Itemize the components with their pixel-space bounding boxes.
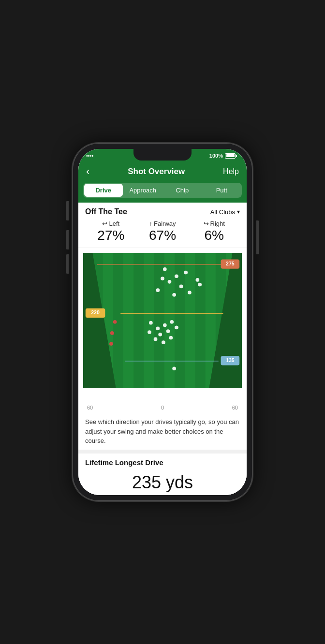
stat-right-value: 6% [188,227,240,244]
axis-label-left: 60 [87,405,93,410]
svg-point-26 [168,280,172,284]
off-tee-section: Off The Tee All Clubs ▾ ↩ Left 27% [78,203,247,248]
svg-point-35 [163,323,167,327]
main-content: Off The Tee All Clubs ▾ ↩ Left 27% [78,203,247,495]
svg-text:135: 135 [226,357,235,363]
tab-drive[interactable]: Drive [84,184,123,197]
svg-point-37 [158,333,162,337]
svg-point-25 [195,278,199,282]
clubs-selector[interactable]: All Clubs ▾ [210,208,240,216]
chart-svg: 275 220 135 [83,253,242,402]
svg-point-43 [148,330,151,334]
tabs-container: Drive Approach Chip Putt [78,183,247,203]
svg-rect-8 [175,253,185,388]
page-title: Shot Overview [128,167,185,176]
battery-icon [225,153,237,159]
right-arrow-icon: ↪ [204,220,209,227]
tab-bar: Drive Approach Chip Putt [83,183,242,198]
svg-point-31 [198,282,202,286]
svg-point-23 [175,274,178,278]
svg-text:275: 275 [226,261,235,266]
stat-left: ↩ Left 27% [85,220,137,244]
left-arrow-icon: ↩ [102,220,107,227]
chevron-down-icon: ▾ [237,208,240,215]
svg-point-42 [169,336,173,339]
svg-point-40 [154,337,158,341]
off-tee-title: Off The Tee [85,207,127,216]
svg-point-45 [110,331,114,335]
svg-point-44 [113,320,117,324]
svg-point-38 [166,329,170,333]
stat-right: ↪ Right 6% [188,220,240,244]
stat-fairway: ↑ Fairway 67% [137,220,189,244]
axis-labels: 60 0 60 [83,405,242,410]
lifetime-title: Lifetime Longest Drive [85,458,240,467]
svg-rect-6 [133,253,144,388]
svg-point-29 [172,293,176,297]
up-arrow-icon: ↑ [149,220,153,227]
svg-point-39 [175,325,178,329]
stat-right-label: ↪ Right [188,220,240,227]
svg-rect-7 [154,253,164,388]
clubs-label: All Clubs [210,208,235,216]
svg-point-30 [188,291,192,294]
svg-point-41 [162,340,165,344]
stat-left-value: 27% [85,227,137,244]
svg-text:220: 220 [91,309,100,315]
svg-rect-9 [195,253,206,388]
tab-putt[interactable]: Putt [203,184,241,197]
header: ‹ Shot Overview Help [78,162,247,183]
stats-row: ↩ Left 27% ↑ Fairway 67% [85,220,240,244]
stat-fairway-label: ↑ Fairway [137,220,189,227]
battery-percentage: 100% [209,153,223,159]
svg-point-46 [109,342,113,346]
back-button[interactable]: ‹ [86,165,89,178]
svg-point-47 [172,366,176,370]
svg-point-34 [156,326,160,330]
tab-chip[interactable]: Chip [163,184,202,197]
tab-approach[interactable]: Approach [124,184,162,197]
lifetime-section: Lifetime Longest Drive 235 yds [78,454,247,495]
svg-point-32 [161,277,164,280]
svg-point-28 [156,288,160,292]
stat-fairway-value: 67% [137,227,189,244]
help-button[interactable]: Help [223,167,239,176]
axis-label-right: 60 [232,405,238,410]
phone-screen: •••• 100% ‹ Shot Overview Help Drive [78,149,247,495]
screen: •••• 100% ‹ Shot Overview Help Drive [78,149,247,495]
svg-point-22 [163,267,167,271]
stat-left-label: ↩ Left [85,220,137,227]
description-text: See which direction your drives typicall… [78,412,247,454]
off-tee-header: Off The Tee All Clubs ▾ [85,207,240,216]
svg-point-27 [179,284,183,288]
fairway-chart: 275 220 135 [78,248,247,413]
phone-frame: •••• 100% ‹ Shot Overview Help Drive [73,143,252,501]
svg-point-33 [149,321,153,324]
signal-indicator: •••• [86,153,93,159]
axis-label-center: 0 [161,405,164,410]
notch [133,149,192,161]
svg-point-24 [184,270,188,274]
battery-indicator: 100% [209,153,237,159]
lifetime-value: 235 yds [85,468,240,495]
svg-point-36 [170,320,174,324]
